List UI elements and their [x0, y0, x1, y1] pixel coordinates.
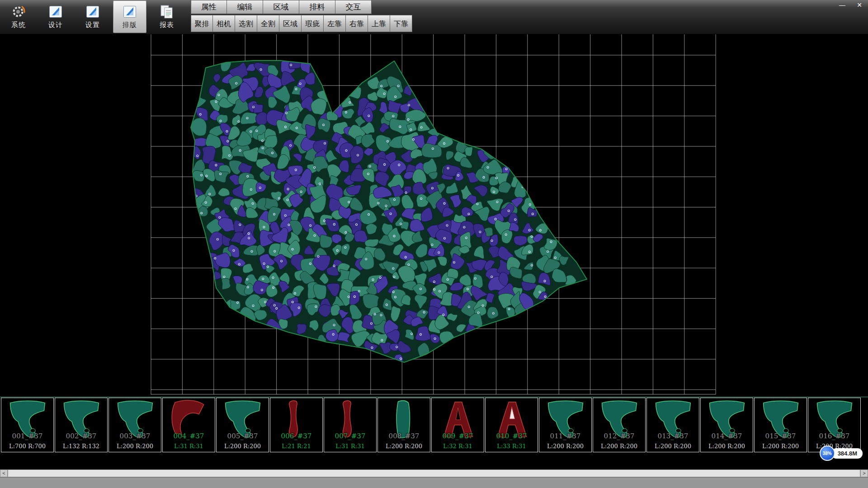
- window-controls: — ✕: [837, 1, 864, 9]
- scroll-left-button[interactable]: <: [0, 469, 8, 477]
- toolbar-button-label: 排版: [123, 21, 137, 29]
- tool-button-align-right[interactable]: 右靠: [346, 15, 368, 32]
- horizontal-scrollbar[interactable]: < >: [0, 469, 868, 477]
- close-button[interactable]: ✕: [854, 1, 864, 9]
- piece-lr-count: L:200 R:200: [217, 443, 269, 450]
- toolbar-button-label: 设计: [48, 21, 63, 29]
- scrollbar-thumb[interactable]: [8, 469, 860, 477]
- toolbar-button-label: 设置: [85, 21, 100, 29]
- piece-id: 002_#37: [55, 432, 107, 440]
- piece-id: 014_#37: [701, 432, 753, 440]
- piece-lr-count: L:200 R:200: [593, 443, 645, 450]
- piece-lr-count: L:200 R:200: [647, 443, 699, 450]
- piece-lr-count: L:31 R:31: [163, 443, 215, 450]
- piece-id: 003_#37: [109, 432, 161, 440]
- piece-id: 001_#37: [1, 432, 53, 440]
- piece-id: 016_#37: [808, 432, 860, 440]
- progress-badge: 38%: [820, 446, 835, 461]
- settings-icon: [85, 4, 100, 19]
- piece-lr-count: L:21 R:21: [270, 443, 322, 450]
- piece-thumbnail[interactable]: 003_#37L:200 R:200: [108, 398, 161, 452]
- toolbar-button-label: 系统: [11, 21, 26, 29]
- piece-thumbnail[interactable]: 013_#37L:200 R:200: [646, 398, 699, 452]
- status-bar: [0, 477, 868, 488]
- piece-thumbnail[interactable]: 001_#37L:700 R:700: [1, 398, 54, 452]
- piece-thumbnail[interactable]: 004_#37L:31 R:31: [162, 398, 215, 452]
- piece-lr-count: L:200 R:200: [109, 443, 161, 450]
- tool-button-region[interactable]: 区域: [279, 15, 302, 32]
- piece-thumbnail[interactable]: 012_#37L:200 R:200: [593, 398, 646, 452]
- report-icon: [159, 4, 175, 19]
- menu-tab-properties[interactable]: 属性: [191, 0, 227, 14]
- piece-lr-count: L:33 R:31: [486, 443, 538, 450]
- toolbar-button-system[interactable]: 系统: [2, 0, 35, 33]
- menu-tab-edit[interactable]: 编辑: [227, 0, 263, 14]
- piece-id: 007_#37: [324, 432, 376, 440]
- layout-icon: [122, 4, 137, 19]
- memory-status: 38% 384.8M: [820, 446, 863, 461]
- piece-lr-count: L:132 R:132: [55, 443, 107, 450]
- piece-id: 005_#37: [217, 432, 269, 440]
- piece-thumbnail[interactable]: 006_#37L:21 R:21: [270, 398, 323, 452]
- tool-button-cluster-nest[interactable]: 聚排: [191, 15, 213, 32]
- piece-thumbnail[interactable]: 005_#37L:200 R:200: [216, 398, 269, 452]
- tool-button-cut-all[interactable]: 全割: [257, 15, 279, 32]
- piece-thumbnail[interactable]: 010_#37L:33 R:31: [485, 398, 538, 452]
- menu-tab-interact[interactable]: 交互: [335, 0, 372, 14]
- piece-lr-count: L:700 R:700: [1, 443, 53, 450]
- tool-button-defect[interactable]: 瑕疵: [302, 15, 324, 32]
- canvas-drawing: [0, 34, 868, 397]
- piece-lr-count: L:200 R:200: [539, 443, 591, 450]
- menu-tab-nesting[interactable]: 排料: [299, 0, 335, 14]
- piece-thumbnail[interactable]: 014_#37L:200 R:200: [700, 398, 753, 452]
- scrollbar-track[interactable]: [8, 469, 860, 477]
- piece-lr-count: L:200 R:200: [378, 443, 430, 450]
- top-toolbar: 系统设计设置排版报表 属性编辑区域排料交互 聚排相机选割全割区域瑕疵左靠右靠上靠…: [0, 0, 868, 34]
- tool-button-align-left[interactable]: 左靠: [324, 15, 346, 32]
- piece-thumbnail[interactable]: 008_#37L:200 R:200: [377, 398, 430, 452]
- menu-area: 属性编辑区域排料交互 聚排相机选割全割区域瑕疵左靠右靠上靠下靠: [191, 0, 412, 32]
- toolbar-button-settings[interactable]: 设置: [76, 0, 109, 33]
- piece-id: 009_#37: [432, 432, 484, 440]
- piece-thumbnail[interactable]: 016_#37L:200 R:200: [808, 398, 861, 452]
- piece-list-panel: 001_#37L:700 R:700002_#37L:132 R:132003_…: [0, 397, 868, 453]
- tool-button-camera[interactable]: 相机: [213, 15, 235, 32]
- tool-button-cut-selected[interactable]: 选割: [235, 15, 257, 32]
- toolbar-button-design[interactable]: 设计: [39, 0, 72, 33]
- gear-icon: [11, 4, 26, 19]
- piece-thumbnail[interactable]: 002_#37L:132 R:132: [55, 398, 108, 452]
- piece-id: 013_#37: [647, 432, 699, 440]
- piece-lr-count: L:32 R:31: [432, 443, 484, 450]
- menu-tab-bar: 属性编辑区域排料交互: [191, 0, 412, 14]
- toolbar-button-label: 报表: [160, 21, 174, 29]
- scroll-right-button[interactable]: >: [860, 469, 868, 477]
- tool-button-align-bottom[interactable]: 下靠: [390, 15, 412, 32]
- piece-id: 010_#37: [486, 432, 538, 440]
- memory-value: 384.8M: [831, 448, 863, 459]
- toolbar-button-report[interactable]: 报表: [150, 0, 184, 33]
- piece-lr-count: L:200 R:200: [701, 443, 753, 450]
- piece-id: 008_#37: [378, 432, 430, 440]
- piece-lr-count: L:31 R:31: [324, 443, 376, 450]
- toolbar-button-layout[interactable]: 排版: [113, 0, 146, 33]
- piece-thumbnail[interactable]: 015_#37L:200 R:200: [754, 398, 807, 452]
- tool-button-align-top[interactable]: 上靠: [368, 15, 390, 32]
- piece-thumbnail[interactable]: 009_#37L:32 R:31: [431, 398, 484, 452]
- piece-thumbnail[interactable]: 011_#37L:200 R:200: [539, 398, 592, 452]
- piece-id: 011_#37: [539, 432, 591, 440]
- piece-thumbnail[interactable]: 007_#37L:31 R:31: [324, 398, 377, 452]
- minimize-button[interactable]: —: [837, 1, 847, 9]
- design-icon: [48, 4, 63, 19]
- application-window: 系统设计设置排版报表 属性编辑区域排料交互 聚排相机选割全割区域瑕疵左靠右靠上靠…: [0, 0, 868, 488]
- tool-button-bar: 聚排相机选割全割区域瑕疵左靠右靠上靠下靠: [191, 15, 412, 32]
- piece-id: 006_#37: [270, 432, 322, 440]
- menu-tab-region[interactable]: 区域: [263, 0, 299, 14]
- piece-lr-count: L:200 R:200: [755, 443, 807, 450]
- piece-id: 004_#37: [163, 432, 215, 440]
- piece-id: 012_#37: [593, 432, 645, 440]
- nesting-canvas[interactable]: [0, 34, 868, 397]
- piece-id: 015_#37: [755, 432, 807, 440]
- main-toolbar: 系统设计设置排版报表: [2, 0, 184, 34]
